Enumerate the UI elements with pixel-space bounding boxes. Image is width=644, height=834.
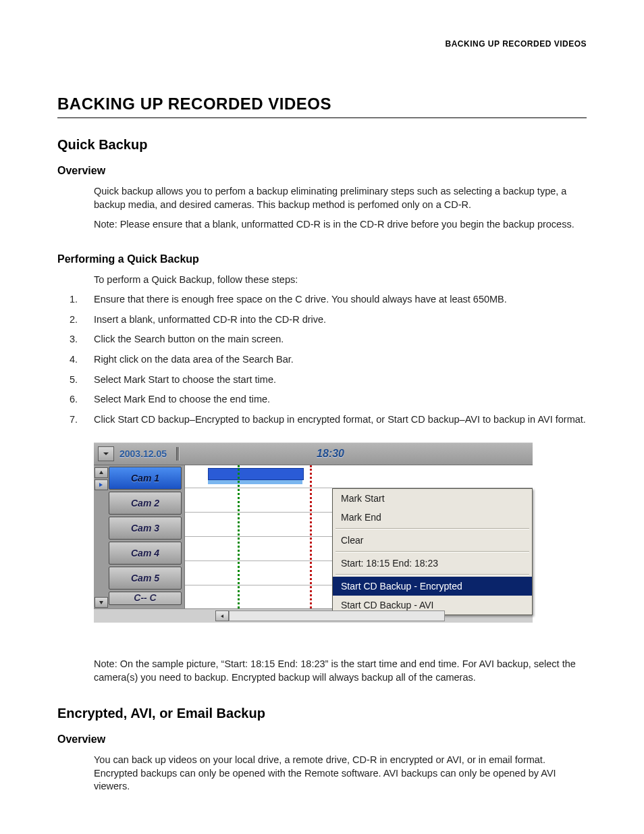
arrow-right-icon [99,482,104,488]
triangle-down-icon [99,600,104,605]
steps-list: 1.Ensure that there is enough free space… [70,293,587,426]
menu-range-label: Start: 18:15 End: 18:23 [333,554,532,573]
list-item: 5.Select Mark Start to choose the start … [70,373,587,387]
scroll-left-button[interactable] [215,610,229,621]
paragraph: You can back up videos on your local dri… [94,754,587,793]
camera-button-3[interactable]: Cam 3 [109,517,182,540]
list-item: 1.Ensure that there is enough free space… [70,293,587,307]
recorded-segment[interactable] [208,468,304,480]
menu-mark-start[interactable]: Mark Start [333,489,532,508]
section-quick-backup: Quick Backup [57,137,587,153]
menu-clear[interactable]: Clear [333,531,532,550]
triangle-left-icon [220,614,225,619]
running-header: BACKING UP RECORDED VIDEOS [57,39,587,49]
scroll-marker-button[interactable] [95,479,108,490]
camera-button-5[interactable]: Cam 5 [109,567,182,590]
recorded-segment-secondary [208,480,302,484]
scrollbar-track[interactable] [229,610,445,621]
menu-mark-end[interactable]: Mark End [333,508,532,527]
date-label: 2003.12.05 [119,448,167,459]
figure-note: Note: On the sample picture, “Start: 18:… [94,658,587,684]
menu-cd-backup-encrypted[interactable]: Start CD Backup - Encrypted [333,577,532,596]
camera-button-4[interactable]: Cam 4 [109,542,182,565]
subsection-overview-2: Overview [57,733,587,746]
section-encrypted-avi-email: Encrypted, AVI, or Email Backup [57,706,587,721]
list-item: 7.Click Start CD backup–Encrypted to bac… [70,413,587,427]
scroll-down-button[interactable] [95,597,108,608]
menu-separator [336,574,529,575]
time-label: 18:30 [189,448,533,460]
paragraph: To perform a Quick Backup, follow these … [94,273,587,287]
camera-button-cut[interactable]: C-- C [109,592,182,605]
timeline-area[interactable]: Mark Start Mark End Clear Start: 18:15 E… [184,465,533,608]
list-item: 3.Click the Search button on the main sc… [70,333,587,346]
list-item: 2.Insert a blank, unformatted CD-R into … [70,313,587,327]
triangle-up-icon [99,470,104,475]
divider [176,447,180,461]
paragraph-note: Note: Please ensure that a blank, unform… [94,218,587,232]
menu-separator [336,551,529,552]
list-item: 4.Right click on the data area of the Se… [70,353,587,367]
paragraph: Quick backup allows you to perfom a back… [94,185,587,211]
page-title: BACKING UP RECORDED VIDEOS [57,95,587,113]
date-dropdown-button[interactable] [98,446,114,461]
menu-separator [336,528,529,529]
search-bar-app: 2003.12.05 18:30 Cam 1 Cam 2 Cam 3 Cam 4… [94,442,533,623]
subsection-overview: Overview [57,165,587,177]
context-menu: Mark Start Mark End Clear Start: 18:15 E… [332,488,533,615]
subsection-performing: Performing a Quick Backup [57,253,587,265]
scroll-up-button[interactable] [95,467,108,478]
camera-button-1[interactable]: Cam 1 [109,467,182,490]
chevron-down-icon [103,450,109,457]
list-item: 6.Select Mark End to choose the end time… [70,393,587,407]
title-rule [57,118,587,118]
camera-button-2[interactable]: Cam 2 [109,492,182,515]
